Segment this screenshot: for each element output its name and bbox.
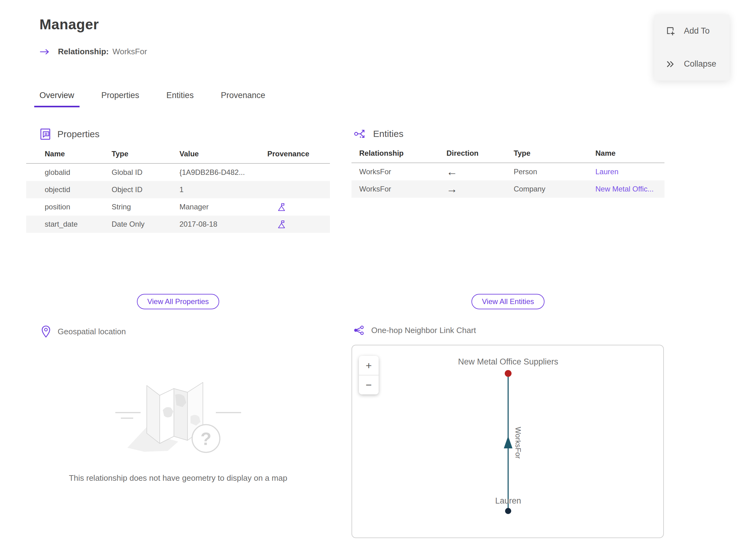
entities-table: Relationship Direction Type Name WorksFo… — [352, 149, 664, 198]
relationship-value: WorksFor — [112, 47, 147, 57]
relationship-detail-page: Manager Relationship: WorksFor Add To Co… — [0, 0, 740, 560]
provenance-flag-icon[interactable] — [277, 202, 286, 211]
col-type: Type — [514, 149, 595, 158]
properties-table: Name Type Value Provenance globalidGloba… — [26, 150, 330, 233]
provenance-flag-icon[interactable] — [277, 219, 286, 229]
entities-heading: Entities — [373, 128, 403, 139]
collapse-label: Collapse — [684, 59, 716, 69]
bottom-node[interactable] — [505, 508, 511, 514]
property-name: start_date — [26, 220, 112, 228]
add-to-button[interactable]: Add To — [654, 14, 730, 48]
tab-properties[interactable]: Properties — [96, 91, 145, 107]
map-placeholder-illustration: ? — [113, 373, 243, 456]
tab-bar: Overview Properties Entities Provenance — [34, 91, 270, 107]
collapse-button[interactable]: Collapse — [654, 48, 730, 81]
tab-entities[interactable]: Entities — [161, 91, 199, 107]
add-to-icon — [665, 26, 676, 36]
bottom-node-label: Lauren — [495, 496, 521, 505]
properties-icon — [39, 128, 51, 140]
property-value: 2017-08-18 — [179, 220, 267, 228]
col-direction: Direction — [447, 149, 514, 158]
question-mark-glyph: ? — [200, 429, 211, 449]
property-type: Global ID — [112, 168, 179, 177]
link-chart-section: One-hop Neighbor Link Chart — [352, 325, 664, 335]
property-name: objectid — [26, 185, 112, 194]
col-type: Type — [112, 150, 179, 158]
properties-section: Properties Name Type Value Provenance gl… — [26, 128, 330, 233]
top-node[interactable] — [505, 370, 512, 377]
add-to-label: Add To — [684, 26, 710, 36]
table-row: WorksFor→CompanyNew Metal Offic... — [352, 180, 664, 198]
property-value: 1 — [179, 185, 267, 194]
properties-table-header: Name Type Value Provenance — [26, 150, 330, 164]
map-pin-icon — [41, 325, 51, 338]
top-node-label: New Metal Office Suppliers — [458, 357, 558, 366]
col-value: Value — [179, 150, 267, 158]
entity-type: Person — [514, 168, 595, 176]
entity-name-link[interactable]: New Metal Offic... — [595, 185, 654, 193]
property-type: String — [112, 203, 179, 211]
property-type: Object ID — [112, 185, 179, 194]
page-title: Manager — [39, 16, 99, 33]
zoom-in-button[interactable]: + — [359, 356, 379, 375]
entities-icon — [354, 128, 367, 140]
entities-table-header: Relationship Direction Type Name — [352, 149, 664, 163]
zoom-out-button[interactable]: − — [359, 375, 379, 394]
property-type: Date Only — [112, 220, 179, 228]
property-value: {1A9DB2B6-D482... — [179, 168, 267, 177]
tab-overview[interactable]: Overview — [34, 91, 80, 107]
link-chart-canvas[interactable]: WorksFor New Metal Office Suppliers Laur… — [352, 345, 663, 538]
entities-table-body: WorksFor←PersonLaurenWorksFor→CompanyNew… — [352, 163, 664, 198]
properties-table-body: globalidGlobal ID{1A9DB2B6-D482...object… — [26, 164, 330, 233]
link-chart-panel: WorksFor New Metal Office Suppliers Laur… — [352, 345, 664, 538]
table-row: positionStringManager — [26, 198, 330, 215]
collapse-chevrons-icon — [665, 60, 676, 69]
entity-relationship: WorksFor — [352, 185, 447, 193]
actions-card: Add To Collapse — [654, 14, 730, 81]
edge-label: WorksFor — [514, 427, 522, 459]
entity-direction-arrow: ← — [447, 163, 514, 180]
property-name: globalid — [26, 168, 112, 177]
col-provenance: Provenance — [267, 150, 330, 158]
property-name: position — [26, 203, 112, 211]
table-row: globalidGlobal ID{1A9DB2B6-D482... — [26, 164, 330, 181]
zoom-control: + − — [359, 356, 379, 394]
geospatial-section: Geospatial location ? This relationship … — [26, 325, 330, 483]
geospatial-heading: Geospatial location — [58, 327, 126, 337]
property-value: Manager — [179, 203, 267, 211]
col-name: Name — [26, 150, 112, 158]
entities-section: Entities Relationship Direction Type Nam… — [352, 128, 664, 198]
no-geometry-message: This relationship does not have geometry… — [26, 473, 330, 483]
tab-provenance[interactable]: Provenance — [215, 91, 270, 107]
entity-type: Company — [514, 185, 595, 193]
breadcrumb: Relationship: WorksFor — [39, 47, 147, 57]
link-chart-icon — [354, 325, 364, 335]
property-provenance — [267, 202, 330, 211]
link-chart-heading: One-hop Neighbor Link Chart — [371, 325, 476, 335]
view-all-properties-button[interactable]: View All Properties — [137, 294, 219, 309]
relationship-arrow-icon — [39, 49, 51, 55]
view-all-entities-button[interactable]: View All Entities — [471, 294, 545, 309]
entity-relationship: WorksFor — [352, 168, 447, 176]
table-row: objectidObject ID1 — [26, 181, 330, 198]
table-row: start_dateDate Only2017-08-18 — [26, 215, 330, 233]
col-relationship: Relationship — [352, 149, 447, 158]
property-provenance — [267, 219, 330, 229]
entity-direction-arrow: → — [447, 180, 514, 198]
entity-name-link[interactable]: Lauren — [595, 168, 619, 176]
relationship-label: Relationship: — [58, 47, 109, 57]
edge-arrowhead — [504, 436, 513, 448]
col-entity-name: Name — [595, 149, 664, 158]
table-row: WorksFor←PersonLauren — [352, 163, 664, 180]
properties-heading: Properties — [57, 129, 100, 139]
